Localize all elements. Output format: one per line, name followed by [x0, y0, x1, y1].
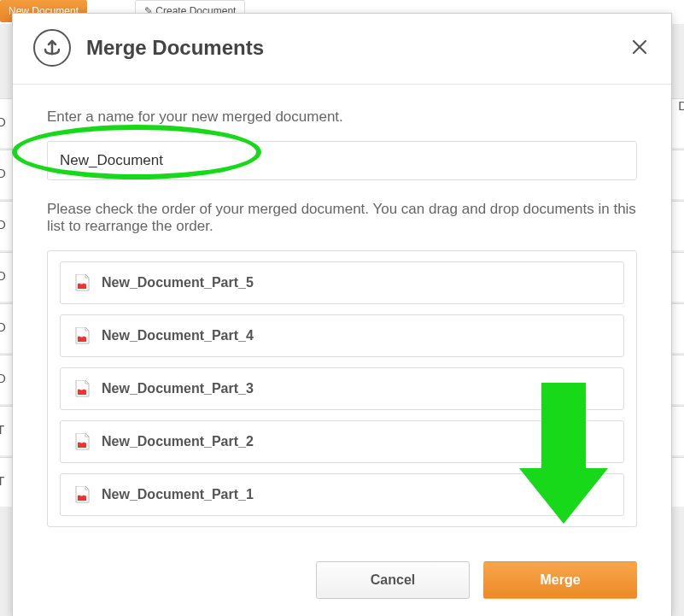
merge-button[interactable]: Merge: [483, 561, 637, 599]
order-label: Please check the order of your merged do…: [47, 201, 637, 235]
document-order-list: New_Document_Part_5 New_Document_Part_4 …: [47, 250, 637, 527]
modal-footer: Cancel Merge: [13, 536, 671, 607]
modal-backdrop: Merge Documents Enter a name for your ne…: [0, 0, 684, 616]
list-item[interactable]: New_Document_Part_2: [60, 420, 624, 463]
name-label: Enter a name for your new merged documen…: [47, 109, 637, 126]
close-button[interactable]: [628, 32, 651, 63]
list-item-label: New_Document_Part_4: [102, 328, 254, 343]
list-item-label: New_Document_Part_3: [102, 381, 254, 396]
pdf-file-icon: [74, 274, 90, 291]
list-item[interactable]: New_Document_Part_3: [60, 367, 624, 410]
list-item-label: New_Document_Part_2: [102, 434, 254, 449]
pdf-file-icon: [74, 327, 90, 344]
document-name-input[interactable]: [47, 141, 637, 180]
modal-header: Merge Documents: [13, 14, 671, 85]
pdf-file-icon: [74, 486, 90, 503]
merge-icon: [33, 29, 71, 67]
list-item-label: New_Document_Part_5: [102, 275, 254, 290]
pdf-file-icon: [74, 433, 90, 450]
close-icon: [632, 39, 647, 55]
merge-documents-modal: Merge Documents Enter a name for your ne…: [12, 13, 672, 616]
modal-body: Enter a name for your new merged documen…: [13, 85, 671, 536]
list-item[interactable]: New_Document_Part_1: [60, 473, 624, 516]
modal-title: Merge Documents: [86, 36, 628, 60]
list-item[interactable]: New_Document_Part_4: [60, 314, 624, 357]
pdf-file-icon: [74, 380, 90, 397]
cancel-button[interactable]: Cancel: [316, 561, 470, 599]
list-item[interactable]: New_Document_Part_5: [60, 261, 624, 304]
list-item-label: New_Document_Part_1: [102, 487, 254, 502]
